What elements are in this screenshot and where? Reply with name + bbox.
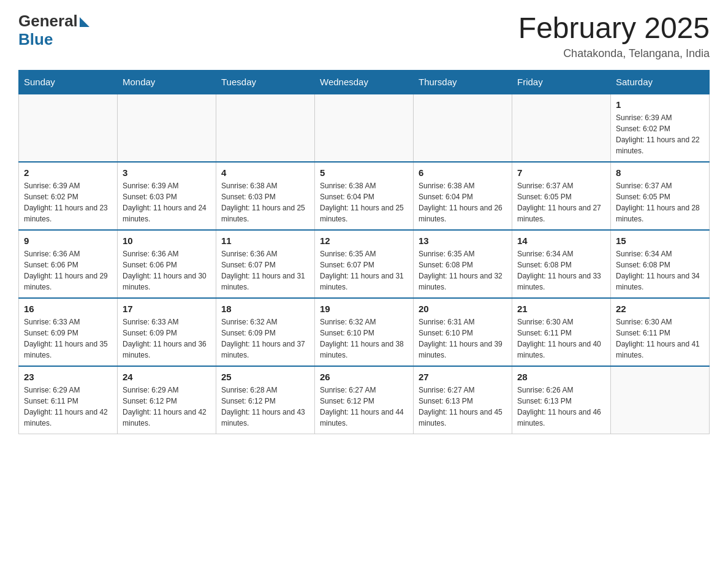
calendar-cell — [611, 366, 710, 434]
day-info: Sunrise: 6:34 AM Sunset: 6:08 PM Dayligh… — [616, 248, 704, 293]
day-info: Sunrise: 6:33 AM Sunset: 6:09 PM Dayligh… — [24, 316, 112, 361]
title-area: February 2025 Chatakonda, Telangana, Ind… — [518, 12, 710, 60]
day-number: 18 — [221, 304, 309, 314]
day-info: Sunrise: 6:39 AM Sunset: 6:02 PM Dayligh… — [24, 180, 112, 224]
day-number: 10 — [123, 236, 211, 246]
calendar-cell: 22Sunrise: 6:30 AM Sunset: 6:11 PM Dayli… — [611, 298, 710, 366]
calendar-cell: 24Sunrise: 6:29 AM Sunset: 6:12 PM Dayli… — [118, 366, 216, 434]
calendar-cell: 21Sunrise: 6:30 AM Sunset: 6:11 PM Dayli… — [512, 298, 611, 366]
day-info: Sunrise: 6:28 AM Sunset: 6:12 PM Dayligh… — [221, 385, 309, 429]
header-friday: Friday — [512, 70, 611, 94]
day-info: Sunrise: 6:37 AM Sunset: 6:05 PM Dayligh… — [517, 180, 605, 224]
calendar-cell — [512, 94, 611, 162]
day-info: Sunrise: 6:39 AM Sunset: 6:03 PM Dayligh… — [123, 180, 211, 224]
calendar-cell: 10Sunrise: 6:36 AM Sunset: 6:06 PM Dayli… — [118, 230, 216, 298]
header: General Blue February 2025 Chatakonda, T… — [18, 12, 710, 60]
day-info: Sunrise: 6:38 AM Sunset: 6:04 PM Dayligh… — [419, 180, 507, 224]
weekday-header-row: Sunday Monday Tuesday Wednesday Thursday… — [19, 70, 710, 94]
day-info: Sunrise: 6:36 AM Sunset: 6:06 PM Dayligh… — [24, 248, 112, 293]
calendar-cell: 28Sunrise: 6:26 AM Sunset: 6:13 PM Dayli… — [512, 366, 611, 434]
header-tuesday: Tuesday — [216, 70, 315, 94]
calendar-cell: 9Sunrise: 6:36 AM Sunset: 6:06 PM Daylig… — [19, 230, 118, 298]
logo-blue-text: Blue — [18, 30, 53, 49]
header-wednesday: Wednesday — [315, 70, 414, 94]
day-info: Sunrise: 6:32 AM Sunset: 6:10 PM Dayligh… — [320, 316, 408, 361]
day-info: Sunrise: 6:27 AM Sunset: 6:13 PM Dayligh… — [419, 385, 507, 429]
calendar-cell: 8Sunrise: 6:37 AM Sunset: 6:05 PM Daylig… — [611, 162, 710, 230]
calendar-cell: 16Sunrise: 6:33 AM Sunset: 6:09 PM Dayli… — [19, 298, 118, 366]
day-number: 26 — [320, 372, 408, 382]
calendar-cell: 14Sunrise: 6:34 AM Sunset: 6:08 PM Dayli… — [512, 230, 611, 298]
day-info: Sunrise: 6:37 AM Sunset: 6:05 PM Dayligh… — [616, 180, 704, 224]
calendar-cell: 4Sunrise: 6:38 AM Sunset: 6:03 PM Daylig… — [216, 162, 315, 230]
calendar-cell: 2Sunrise: 6:39 AM Sunset: 6:02 PM Daylig… — [19, 162, 118, 230]
day-info: Sunrise: 6:35 AM Sunset: 6:08 PM Dayligh… — [419, 248, 507, 293]
header-sunday: Sunday — [19, 70, 118, 94]
day-number: 5 — [320, 167, 408, 178]
calendar-cell: 15Sunrise: 6:34 AM Sunset: 6:08 PM Dayli… — [611, 230, 710, 298]
calendar-cell: 11Sunrise: 6:36 AM Sunset: 6:07 PM Dayli… — [216, 230, 315, 298]
day-info: Sunrise: 6:33 AM Sunset: 6:09 PM Dayligh… — [123, 316, 211, 361]
day-info: Sunrise: 6:30 AM Sunset: 6:11 PM Dayligh… — [616, 316, 704, 361]
day-info: Sunrise: 6:36 AM Sunset: 6:07 PM Dayligh… — [221, 248, 309, 293]
calendar-cell: 20Sunrise: 6:31 AM Sunset: 6:10 PM Dayli… — [414, 298, 512, 366]
calendar-cell: 13Sunrise: 6:35 AM Sunset: 6:08 PM Dayli… — [414, 230, 512, 298]
header-monday: Monday — [118, 70, 216, 94]
day-number: 22 — [616, 304, 704, 314]
calendar-cell: 6Sunrise: 6:38 AM Sunset: 6:04 PM Daylig… — [414, 162, 512, 230]
day-number: 19 — [320, 304, 408, 314]
calendar-cell — [315, 94, 414, 162]
logo-general-text: General — [18, 12, 89, 30]
day-number: 11 — [221, 236, 309, 246]
calendar-cell: 5Sunrise: 6:38 AM Sunset: 6:04 PM Daylig… — [315, 162, 414, 230]
calendar-week-row: 2Sunrise: 6:39 AM Sunset: 6:02 PM Daylig… — [19, 162, 710, 230]
calendar-table: Sunday Monday Tuesday Wednesday Thursday… — [18, 70, 710, 434]
calendar-week-row: 16Sunrise: 6:33 AM Sunset: 6:09 PM Dayli… — [19, 298, 710, 366]
day-number: 1 — [616, 99, 704, 110]
day-info: Sunrise: 6:34 AM Sunset: 6:08 PM Dayligh… — [517, 248, 605, 293]
day-info: Sunrise: 6:31 AM Sunset: 6:10 PM Dayligh… — [419, 316, 507, 361]
day-number: 6 — [419, 167, 507, 178]
header-thursday: Thursday — [414, 70, 512, 94]
day-number: 3 — [123, 167, 211, 178]
day-info: Sunrise: 6:32 AM Sunset: 6:09 PM Dayligh… — [221, 316, 309, 361]
calendar-cell: 27Sunrise: 6:27 AM Sunset: 6:13 PM Dayli… — [414, 366, 512, 434]
calendar-cell — [414, 94, 512, 162]
month-title: February 2025 — [518, 12, 710, 45]
calendar-week-row: 23Sunrise: 6:29 AM Sunset: 6:11 PM Dayli… — [19, 366, 710, 434]
calendar-cell: 26Sunrise: 6:27 AM Sunset: 6:12 PM Dayli… — [315, 366, 414, 434]
day-number: 28 — [517, 372, 605, 382]
day-number: 4 — [221, 167, 309, 178]
day-number: 23 — [24, 372, 112, 382]
calendar-cell: 17Sunrise: 6:33 AM Sunset: 6:09 PM Dayli… — [118, 298, 216, 366]
location-subtitle: Chatakonda, Telangana, India — [518, 47, 710, 60]
day-number: 7 — [517, 167, 605, 178]
calendar-cell: 7Sunrise: 6:37 AM Sunset: 6:05 PM Daylig… — [512, 162, 611, 230]
day-number: 8 — [616, 167, 704, 178]
day-number: 12 — [320, 236, 408, 246]
calendar-cell: 18Sunrise: 6:32 AM Sunset: 6:09 PM Dayli… — [216, 298, 315, 366]
day-info: Sunrise: 6:26 AM Sunset: 6:13 PM Dayligh… — [517, 385, 605, 429]
calendar-cell: 12Sunrise: 6:35 AM Sunset: 6:07 PM Dayli… — [315, 230, 414, 298]
day-info: Sunrise: 6:35 AM Sunset: 6:07 PM Dayligh… — [320, 248, 408, 293]
day-number: 14 — [517, 236, 605, 246]
header-saturday: Saturday — [611, 70, 710, 94]
day-info: Sunrise: 6:30 AM Sunset: 6:11 PM Dayligh… — [517, 316, 605, 361]
day-info: Sunrise: 6:39 AM Sunset: 6:02 PM Dayligh… — [616, 112, 704, 156]
calendar-cell: 25Sunrise: 6:28 AM Sunset: 6:12 PM Dayli… — [216, 366, 315, 434]
day-number: 15 — [616, 236, 704, 246]
day-number: 27 — [419, 372, 507, 382]
day-info: Sunrise: 6:38 AM Sunset: 6:04 PM Dayligh… — [320, 180, 408, 224]
day-info: Sunrise: 6:38 AM Sunset: 6:03 PM Dayligh… — [221, 180, 309, 224]
day-info: Sunrise: 6:29 AM Sunset: 6:11 PM Dayligh… — [24, 385, 112, 429]
day-number: 2 — [24, 167, 112, 178]
day-info: Sunrise: 6:36 AM Sunset: 6:06 PM Dayligh… — [123, 248, 211, 293]
calendar-cell — [216, 94, 315, 162]
calendar-cell — [118, 94, 216, 162]
day-number: 21 — [517, 304, 605, 314]
day-number: 16 — [24, 304, 112, 314]
day-number: 17 — [123, 304, 211, 314]
calendar-cell: 3Sunrise: 6:39 AM Sunset: 6:03 PM Daylig… — [118, 162, 216, 230]
day-number: 20 — [419, 304, 507, 314]
calendar-week-row: 1Sunrise: 6:39 AM Sunset: 6:02 PM Daylig… — [19, 94, 710, 162]
